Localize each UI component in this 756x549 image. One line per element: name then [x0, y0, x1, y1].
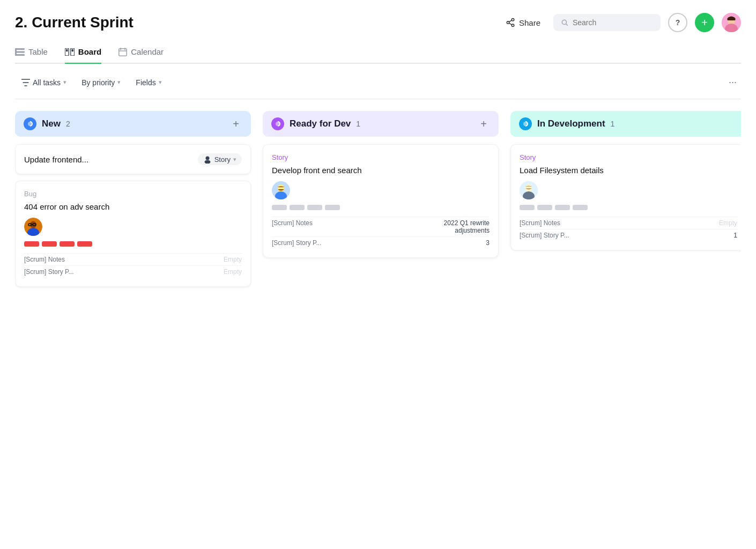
card-update-title: Update frontend...	[24, 154, 192, 165]
meta-storyp2-value: 3	[486, 239, 490, 247]
toolbar: All tasks ▾ By priority ▾ Fields ▾ ···	[15, 64, 741, 99]
column-new-header: New 2 +	[15, 111, 251, 137]
tab-calendar[interactable]: Calendar	[118, 47, 164, 64]
priority-bar-f1	[520, 205, 535, 210]
priority-bar-3	[60, 241, 75, 247]
group-label: By priority	[81, 78, 115, 87]
svg-rect-16	[66, 49, 68, 51]
more-options-button[interactable]: ···	[724, 73, 741, 91]
card-404-avatar	[24, 218, 42, 236]
calendar-icon	[118, 48, 127, 56]
group-chevron-icon: ▾	[117, 79, 121, 86]
board-container: New 2 + Update frontend... Story ▾ Bug	[15, 111, 741, 293]
filter-button[interactable]: All tasks ▾	[15, 75, 73, 91]
svg-line-3	[509, 23, 512, 25]
priority-bar-2	[42, 241, 57, 247]
svg-point-5	[562, 20, 566, 24]
group-button[interactable]: By priority ▾	[75, 75, 127, 91]
column-ready: Ready for Dev 1 + Story Develop front en…	[263, 111, 499, 264]
tab-board-label: Board	[78, 47, 101, 56]
status-icon-ready	[271, 117, 284, 130]
board-icon	[65, 48, 75, 56]
card-search-title: Develop front end search	[272, 165, 490, 176]
card-search-avatar	[272, 181, 290, 199]
tab-table-label: Table	[28, 47, 48, 56]
meta-storyp-label: [Scrum] Story P...	[24, 268, 73, 276]
meta-storyp3-value: 1	[733, 232, 737, 239]
meta-notes3-label: [Scrum] Notes	[520, 219, 560, 227]
col-ready-title: Ready for Dev	[290, 118, 351, 129]
card-search-priority	[272, 205, 490, 210]
priority-bar-f4	[573, 205, 588, 210]
priority-bar-f3	[555, 205, 570, 210]
card-search-meta-2: [Scrum] Story P... 3	[272, 236, 490, 249]
share-label: Share	[519, 18, 540, 27]
avatar-dark	[24, 218, 42, 236]
add-button[interactable]: +	[695, 13, 714, 32]
fields-button[interactable]: Fields ▾	[129, 75, 168, 91]
tab-bar: Table Board Calendar	[15, 47, 741, 64]
card-fs-priority	[520, 205, 737, 210]
person-icon	[203, 155, 212, 164]
meta-notes2-value: 2022 Q1 rewrite adjustments	[414, 219, 490, 234]
card-404-title: 404 error on adv search	[24, 201, 242, 212]
col-new-title: New	[42, 118, 61, 129]
search-icon	[561, 18, 568, 27]
meta-notes2-label: [Scrum] Notes	[272, 219, 313, 227]
priority-bar-1	[24, 241, 39, 247]
user-avatar[interactable]	[722, 13, 741, 32]
share-button[interactable]: Share	[500, 14, 546, 31]
fields-label: Fields	[136, 78, 155, 87]
card-404-meta-2: [Scrum] Story P... Empty	[24, 265, 242, 278]
page-header: 2. Current Sprint Share ? +	[15, 13, 741, 32]
priority-bar-4	[77, 241, 92, 247]
svg-point-24	[204, 160, 210, 164]
card-fs-meta-2: [Scrum] Story P... 1	[520, 229, 737, 241]
svg-rect-18	[119, 48, 127, 56]
card-fs-meta-1: [Scrum] Notes Empty	[520, 217, 737, 229]
column-new: New 2 + Update frontend... Story ▾ Bug	[15, 111, 251, 293]
card-404-error: Bug 404 error on adv search	[15, 181, 251, 287]
priority-bar-f2	[537, 205, 552, 210]
col-indev-title: In Development	[537, 118, 605, 129]
avatar-image	[722, 13, 741, 32]
table-icon	[15, 48, 25, 56]
help-button[interactable]: ?	[668, 13, 687, 32]
story-pill-chevron-icon: ▾	[233, 156, 236, 163]
header-actions: Share ? +	[500, 13, 741, 32]
page-title: 2. Current Sprint	[15, 14, 134, 31]
card-404-meta-1: [Scrum] Notes Empty	[24, 253, 242, 265]
status-new-icon	[27, 121, 33, 127]
svg-point-2	[512, 24, 514, 27]
tab-calendar-label: Calendar	[131, 47, 164, 56]
card-search-meta-1: [Scrum] Notes 2022 Q1 rewrite adjustment…	[272, 217, 490, 236]
card-frontend-search: Story Develop front end search [S	[263, 144, 499, 258]
svg-line-4	[509, 20, 512, 22]
col-ready-add-button[interactable]: +	[477, 117, 490, 130]
meta-storyp-value: Empty	[224, 268, 242, 276]
priority-bar-g4	[325, 205, 340, 210]
search-input[interactable]	[573, 18, 653, 27]
avatar-light	[520, 181, 538, 199]
card-filesystem: Story Load Filesystem details [Sc	[510, 144, 741, 250]
status-indev-icon	[522, 121, 529, 127]
tab-table[interactable]: Table	[15, 47, 48, 64]
fields-chevron-icon: ▾	[159, 79, 162, 86]
col-indev-count: 1	[611, 120, 615, 128]
card-story-pill[interactable]: Story ▾	[198, 153, 242, 165]
priority-bar-g2	[290, 205, 305, 210]
svg-point-0	[512, 19, 514, 21]
tab-board[interactable]: Board	[65, 47, 101, 64]
column-ready-header: Ready for Dev 1 +	[263, 111, 499, 137]
meta-storyp3-label: [Scrum] Story P...	[520, 232, 569, 239]
search-box[interactable]	[553, 14, 661, 31]
card-inline-content: Update frontend... Story ▾	[24, 153, 242, 165]
svg-rect-13	[15, 48, 17, 56]
card-404-priority	[24, 241, 242, 247]
status-ready-icon	[275, 121, 281, 127]
col-new-count: 2	[66, 120, 70, 128]
card-update-frontend: Update frontend... Story ▾	[15, 144, 251, 174]
filter-icon	[21, 79, 30, 86]
col-new-add-button[interactable]: +	[229, 117, 242, 130]
meta-notes3-value: Empty	[719, 219, 737, 227]
